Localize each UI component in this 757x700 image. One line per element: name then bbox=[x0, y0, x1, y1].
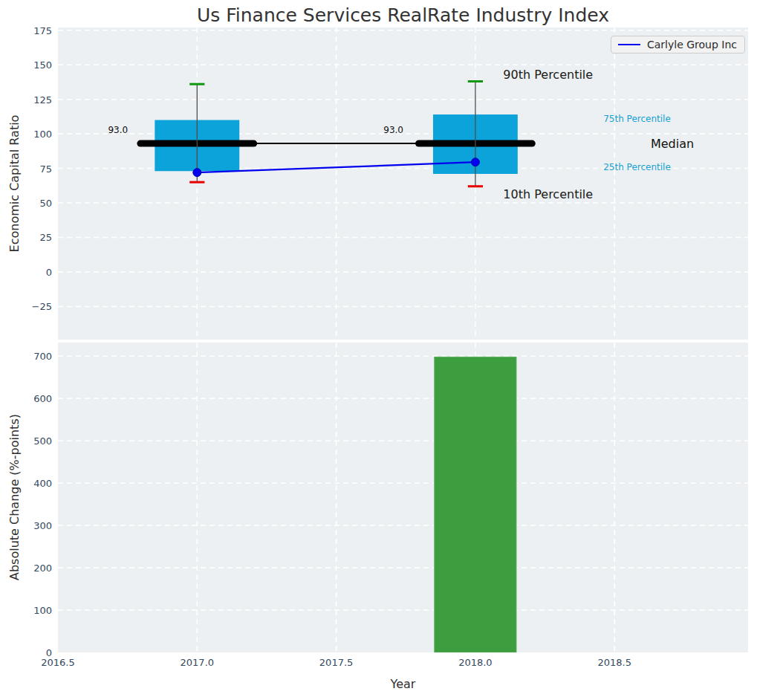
annotation-25th-percentile: 25th Percentile bbox=[603, 162, 671, 172]
x-tick-label: 2017.5 bbox=[319, 657, 354, 668]
x-tick-label: 2016.5 bbox=[41, 657, 75, 668]
top-y-tick-label: 100 bbox=[33, 129, 52, 140]
top-y-tick-label: 0 bbox=[46, 266, 52, 277]
top-y-tick-label: −25 bbox=[32, 301, 52, 312]
top-y-tick-label: 25 bbox=[39, 232, 52, 243]
top-plot-area: 90th Percentile10th Percentile75th Perce… bbox=[58, 27, 748, 340]
top-plot-svg: 90th Percentile10th Percentile75th Perce… bbox=[58, 27, 748, 340]
legend-label: Carlyle Group Inc bbox=[647, 39, 737, 51]
bottom-plot-svg bbox=[58, 343, 748, 652]
top-y-tick-label: 175 bbox=[33, 25, 52, 36]
legend-line-sample bbox=[618, 44, 640, 45]
annotation-93-0: 93.0 bbox=[383, 125, 403, 135]
bottom-y-tick-label: 500 bbox=[33, 435, 52, 447]
annotation-93-0: 93.0 bbox=[108, 125, 128, 135]
top-y-tick-label: 75 bbox=[39, 163, 52, 174]
legend: Carlyle Group Inc bbox=[611, 36, 745, 54]
annotation-90th-percentile: 90th Percentile bbox=[503, 68, 593, 82]
top-y-axis-label: Economic Capital Ratio bbox=[7, 115, 22, 253]
figure-canvas: Us Finance Services RealRate Industry In… bbox=[0, 0, 757, 700]
x-tick-label: 2017.0 bbox=[181, 657, 215, 668]
top-y-tick-label: 150 bbox=[33, 59, 52, 71]
annotation-10th-percentile: 10th Percentile bbox=[503, 187, 593, 201]
bottom-y-tick-label: 600 bbox=[33, 393, 52, 404]
x-axis-label: Year bbox=[58, 677, 748, 691]
annotation-75th-percentile: 75th Percentile bbox=[603, 114, 671, 124]
x-tick-label: 2018.0 bbox=[458, 657, 493, 668]
bottom-y-tick-label: 100 bbox=[33, 605, 52, 616]
bottom-y-tick-label: 700 bbox=[33, 351, 52, 362]
chart-title: Us Finance Services RealRate Industry In… bbox=[58, 4, 748, 26]
annotation-median: Median bbox=[651, 137, 694, 151]
top-y-tick-label: 125 bbox=[33, 94, 52, 105]
bottom-y-tick-label: 300 bbox=[33, 520, 52, 531]
change-bar bbox=[435, 357, 516, 652]
carlyle-marker bbox=[471, 158, 479, 166]
bottom-y-tick-label: 200 bbox=[33, 563, 52, 574]
x-tick-label: 2018.5 bbox=[597, 657, 631, 668]
bottom-y-tick-label: 400 bbox=[33, 478, 52, 489]
bottom-y-axis-label: Absolute Change (%-points) bbox=[7, 414, 22, 580]
top-y-tick-label: 50 bbox=[39, 198, 52, 209]
carlyle-marker bbox=[193, 169, 201, 177]
bottom-plot-area bbox=[58, 343, 748, 652]
